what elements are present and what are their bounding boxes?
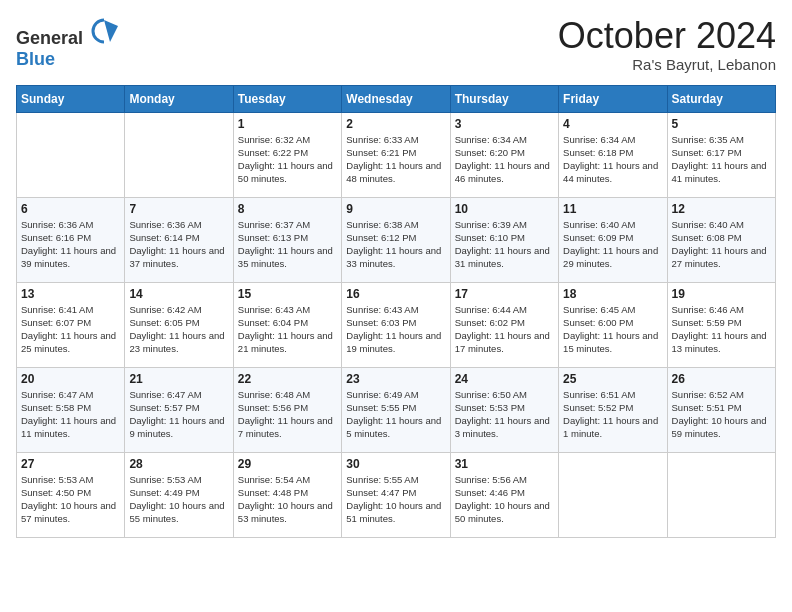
header-day-sunday: Sunday bbox=[17, 85, 125, 112]
day-number: 7 bbox=[129, 202, 228, 216]
day-detail: Sunrise: 6:49 AMSunset: 5:55 PMDaylight:… bbox=[346, 388, 445, 441]
day-number: 21 bbox=[129, 372, 228, 386]
week-row-2: 6 Sunrise: 6:36 AMSunset: 6:16 PMDayligh… bbox=[17, 197, 776, 282]
calendar-cell: 20 Sunrise: 6:47 AMSunset: 5:58 PMDaylig… bbox=[17, 367, 125, 452]
calendar-cell bbox=[125, 112, 233, 197]
day-number: 28 bbox=[129, 457, 228, 471]
calendar-cell: 7 Sunrise: 6:36 AMSunset: 6:14 PMDayligh… bbox=[125, 197, 233, 282]
day-number: 26 bbox=[672, 372, 771, 386]
calendar-cell: 17 Sunrise: 6:44 AMSunset: 6:02 PMDaylig… bbox=[450, 282, 558, 367]
calendar-cell: 9 Sunrise: 6:38 AMSunset: 6:12 PMDayligh… bbox=[342, 197, 450, 282]
calendar-cell: 30 Sunrise: 5:55 AMSunset: 4:47 PMDaylig… bbox=[342, 452, 450, 537]
calendar-cell: 3 Sunrise: 6:34 AMSunset: 6:20 PMDayligh… bbox=[450, 112, 558, 197]
day-detail: Sunrise: 6:52 AMSunset: 5:51 PMDaylight:… bbox=[672, 388, 771, 441]
calendar-cell bbox=[559, 452, 667, 537]
logo-text: General Blue bbox=[16, 16, 118, 70]
header-day-tuesday: Tuesday bbox=[233, 85, 341, 112]
week-row-3: 13 Sunrise: 6:41 AMSunset: 6:07 PMDaylig… bbox=[17, 282, 776, 367]
calendar-cell: 2 Sunrise: 6:33 AMSunset: 6:21 PMDayligh… bbox=[342, 112, 450, 197]
calendar-cell: 22 Sunrise: 6:48 AMSunset: 5:56 PMDaylig… bbox=[233, 367, 341, 452]
day-detail: Sunrise: 6:50 AMSunset: 5:53 PMDaylight:… bbox=[455, 388, 554, 441]
calendar-cell: 29 Sunrise: 5:54 AMSunset: 4:48 PMDaylig… bbox=[233, 452, 341, 537]
day-detail: Sunrise: 5:53 AMSunset: 4:49 PMDaylight:… bbox=[129, 473, 228, 526]
day-number: 9 bbox=[346, 202, 445, 216]
day-detail: Sunrise: 6:41 AMSunset: 6:07 PMDaylight:… bbox=[21, 303, 120, 356]
header-day-wednesday: Wednesday bbox=[342, 85, 450, 112]
calendar-cell bbox=[17, 112, 125, 197]
header-day-saturday: Saturday bbox=[667, 85, 775, 112]
day-number: 25 bbox=[563, 372, 662, 386]
day-detail: Sunrise: 6:48 AMSunset: 5:56 PMDaylight:… bbox=[238, 388, 337, 441]
day-detail: Sunrise: 6:40 AMSunset: 6:08 PMDaylight:… bbox=[672, 218, 771, 271]
day-detail: Sunrise: 6:36 AMSunset: 6:16 PMDaylight:… bbox=[21, 218, 120, 271]
calendar-cell: 11 Sunrise: 6:40 AMSunset: 6:09 PMDaylig… bbox=[559, 197, 667, 282]
day-number: 27 bbox=[21, 457, 120, 471]
calendar-cell: 1 Sunrise: 6:32 AMSunset: 6:22 PMDayligh… bbox=[233, 112, 341, 197]
calendar-cell: 26 Sunrise: 6:52 AMSunset: 5:51 PMDaylig… bbox=[667, 367, 775, 452]
day-number: 3 bbox=[455, 117, 554, 131]
calendar-cell: 23 Sunrise: 6:49 AMSunset: 5:55 PMDaylig… bbox=[342, 367, 450, 452]
location-title: Ra's Bayrut, Lebanon bbox=[558, 56, 776, 73]
day-detail: Sunrise: 6:33 AMSunset: 6:21 PMDaylight:… bbox=[346, 133, 445, 186]
logo: General Blue bbox=[16, 16, 118, 70]
calendar-cell: 13 Sunrise: 6:41 AMSunset: 6:07 PMDaylig… bbox=[17, 282, 125, 367]
week-row-4: 20 Sunrise: 6:47 AMSunset: 5:58 PMDaylig… bbox=[17, 367, 776, 452]
day-number: 14 bbox=[129, 287, 228, 301]
day-detail: Sunrise: 6:38 AMSunset: 6:12 PMDaylight:… bbox=[346, 218, 445, 271]
day-detail: Sunrise: 6:35 AMSunset: 6:17 PMDaylight:… bbox=[672, 133, 771, 186]
day-detail: Sunrise: 6:45 AMSunset: 6:00 PMDaylight:… bbox=[563, 303, 662, 356]
day-number: 22 bbox=[238, 372, 337, 386]
day-detail: Sunrise: 5:53 AMSunset: 4:50 PMDaylight:… bbox=[21, 473, 120, 526]
day-detail: Sunrise: 6:43 AMSunset: 6:04 PMDaylight:… bbox=[238, 303, 337, 356]
day-number: 8 bbox=[238, 202, 337, 216]
day-number: 15 bbox=[238, 287, 337, 301]
day-number: 30 bbox=[346, 457, 445, 471]
day-detail: Sunrise: 5:55 AMSunset: 4:47 PMDaylight:… bbox=[346, 473, 445, 526]
logo-general: General bbox=[16, 28, 83, 48]
day-detail: Sunrise: 6:34 AMSunset: 6:20 PMDaylight:… bbox=[455, 133, 554, 186]
day-number: 2 bbox=[346, 117, 445, 131]
day-detail: Sunrise: 6:36 AMSunset: 6:14 PMDaylight:… bbox=[129, 218, 228, 271]
day-detail: Sunrise: 6:46 AMSunset: 5:59 PMDaylight:… bbox=[672, 303, 771, 356]
calendar-cell: 18 Sunrise: 6:45 AMSunset: 6:00 PMDaylig… bbox=[559, 282, 667, 367]
header-row: SundayMondayTuesdayWednesdayThursdayFrid… bbox=[17, 85, 776, 112]
day-detail: Sunrise: 6:32 AMSunset: 6:22 PMDaylight:… bbox=[238, 133, 337, 186]
calendar-cell: 27 Sunrise: 5:53 AMSunset: 4:50 PMDaylig… bbox=[17, 452, 125, 537]
calendar-cell: 10 Sunrise: 6:39 AMSunset: 6:10 PMDaylig… bbox=[450, 197, 558, 282]
day-number: 31 bbox=[455, 457, 554, 471]
day-number: 6 bbox=[21, 202, 120, 216]
calendar-cell: 31 Sunrise: 5:56 AMSunset: 4:46 PMDaylig… bbox=[450, 452, 558, 537]
calendar-cell: 14 Sunrise: 6:42 AMSunset: 6:05 PMDaylig… bbox=[125, 282, 233, 367]
day-detail: Sunrise: 6:42 AMSunset: 6:05 PMDaylight:… bbox=[129, 303, 228, 356]
day-detail: Sunrise: 6:44 AMSunset: 6:02 PMDaylight:… bbox=[455, 303, 554, 356]
day-detail: Sunrise: 6:47 AMSunset: 5:58 PMDaylight:… bbox=[21, 388, 120, 441]
day-number: 19 bbox=[672, 287, 771, 301]
day-number: 24 bbox=[455, 372, 554, 386]
calendar-cell: 4 Sunrise: 6:34 AMSunset: 6:18 PMDayligh… bbox=[559, 112, 667, 197]
day-detail: Sunrise: 6:43 AMSunset: 6:03 PMDaylight:… bbox=[346, 303, 445, 356]
calendar-table: SundayMondayTuesdayWednesdayThursdayFrid… bbox=[16, 85, 776, 538]
calendar-cell: 28 Sunrise: 5:53 AMSunset: 4:49 PMDaylig… bbox=[125, 452, 233, 537]
day-number: 5 bbox=[672, 117, 771, 131]
day-detail: Sunrise: 6:47 AMSunset: 5:57 PMDaylight:… bbox=[129, 388, 228, 441]
day-detail: Sunrise: 5:54 AMSunset: 4:48 PMDaylight:… bbox=[238, 473, 337, 526]
day-detail: Sunrise: 6:34 AMSunset: 6:18 PMDaylight:… bbox=[563, 133, 662, 186]
day-detail: Sunrise: 6:37 AMSunset: 6:13 PMDaylight:… bbox=[238, 218, 337, 271]
header-day-friday: Friday bbox=[559, 85, 667, 112]
logo-blue: Blue bbox=[16, 49, 55, 69]
day-number: 16 bbox=[346, 287, 445, 301]
week-row-5: 27 Sunrise: 5:53 AMSunset: 4:50 PMDaylig… bbox=[17, 452, 776, 537]
day-number: 29 bbox=[238, 457, 337, 471]
month-title: October 2024 bbox=[558, 16, 776, 56]
day-detail: Sunrise: 5:56 AMSunset: 4:46 PMDaylight:… bbox=[455, 473, 554, 526]
day-number: 13 bbox=[21, 287, 120, 301]
calendar-cell: 12 Sunrise: 6:40 AMSunset: 6:08 PMDaylig… bbox=[667, 197, 775, 282]
calendar-cell: 21 Sunrise: 6:47 AMSunset: 5:57 PMDaylig… bbox=[125, 367, 233, 452]
day-number: 20 bbox=[21, 372, 120, 386]
header-day-thursday: Thursday bbox=[450, 85, 558, 112]
calendar-cell: 8 Sunrise: 6:37 AMSunset: 6:13 PMDayligh… bbox=[233, 197, 341, 282]
day-number: 10 bbox=[455, 202, 554, 216]
logo-icon bbox=[90, 16, 118, 44]
calendar-cell: 6 Sunrise: 6:36 AMSunset: 6:16 PMDayligh… bbox=[17, 197, 125, 282]
day-detail: Sunrise: 6:40 AMSunset: 6:09 PMDaylight:… bbox=[563, 218, 662, 271]
